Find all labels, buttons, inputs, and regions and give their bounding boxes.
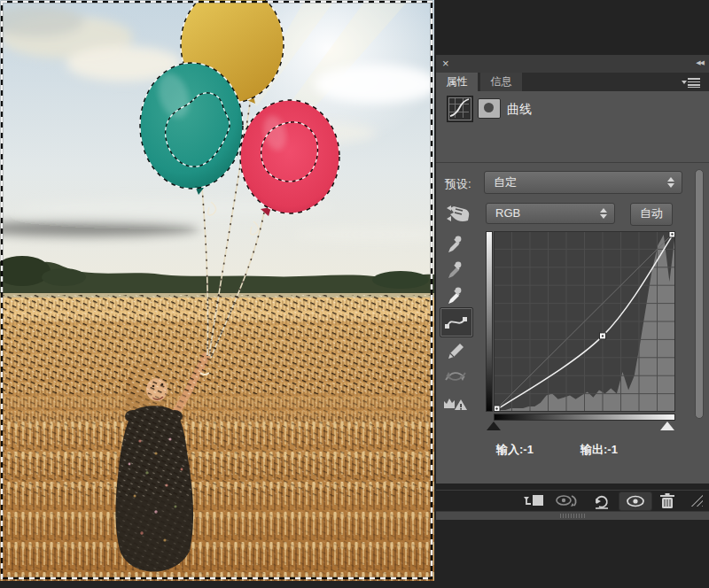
targeted-adjustment-tool-icon[interactable]: [443, 201, 471, 226]
preset-label: 预设:: [445, 176, 471, 192]
document-canvas[interactable]: [0, 0, 434, 581]
output-readout: 输出:-1: [580, 442, 618, 458]
preset-value: 自定: [494, 175, 517, 189]
tab-properties[interactable]: 属性: [436, 73, 478, 91]
clip-to-layer-icon[interactable]: [523, 492, 549, 510]
view-previous-state-icon[interactable]: [554, 492, 580, 510]
panel-menu-icon[interactable]: [688, 78, 702, 88]
curves-plot[interactable]: [494, 231, 675, 412]
auto-button[interactable]: 自动: [630, 203, 673, 226]
panel-titlebar: × ◀◀: [436, 55, 709, 74]
preset-select[interactable]: 自定: [484, 171, 682, 194]
panel-bottom-toolbar: [436, 490, 709, 512]
output-gradient-bar: [486, 231, 493, 412]
delete-adjustment-icon[interactable]: [657, 492, 683, 510]
curves-adjustment-icon: [447, 96, 473, 122]
field-selection-hatch-mid: [3, 394, 432, 497]
input-readout: 输入:-1: [496, 442, 534, 458]
panel-scrollbar[interactable]: [695, 169, 704, 419]
eye-icon: [619, 492, 651, 511]
panel-tabbar: 属性 信息: [436, 73, 709, 91]
black-input-slider[interactable]: [487, 422, 501, 430]
panel-drag-gripper[interactable]: [436, 511, 709, 520]
white-point-eyedropper-icon[interactable]: [445, 284, 464, 306]
input-gradient-bar: [494, 414, 675, 421]
field-selection-hatch-dense: [3, 295, 432, 394]
adjustment-title: 曲线: [507, 102, 532, 118]
pencil-tool-icon[interactable]: [445, 340, 466, 361]
updown-arrows-icon: [666, 177, 674, 188]
tab-info[interactable]: 信息: [480, 73, 522, 91]
properties-panel: × ◀◀ 属性 信息 曲线 预设: 自定: [436, 55, 709, 484]
photo-art: [0, 0, 434, 581]
clipping-warning-icon[interactable]: [442, 391, 469, 414]
black-point-eyedropper-icon[interactable]: [445, 233, 464, 254]
channel-select[interactable]: RGB: [486, 203, 615, 224]
gray-point-eyedropper-icon[interactable]: [445, 259, 464, 280]
panel-body: 曲线 预设: 自定 RGB 自动: [436, 91, 709, 484]
layer-mask-thumbnail[interactable]: [478, 98, 501, 119]
smooth-curve-icon[interactable]: [443, 366, 468, 385]
close-icon[interactable]: ×: [442, 57, 449, 71]
photoshop-workspace: { "icons": { "close": "×", "collapse": "…: [0, 0, 709, 588]
reset-adjustment-icon[interactable]: [590, 492, 617, 510]
white-input-slider[interactable]: [660, 422, 674, 430]
collapse-panel-icon[interactable]: ◀◀: [696, 59, 704, 66]
field-selection-hatch-light: [3, 497, 432, 576]
edit-points-tool-button[interactable]: [440, 307, 473, 337]
panel-resize-grip[interactable]: [689, 494, 703, 507]
toggle-visibility-button[interactable]: [619, 491, 652, 511]
updown-arrows-icon: [599, 208, 607, 219]
divider: [436, 162, 709, 163]
channel-value: RGB: [495, 206, 520, 220]
